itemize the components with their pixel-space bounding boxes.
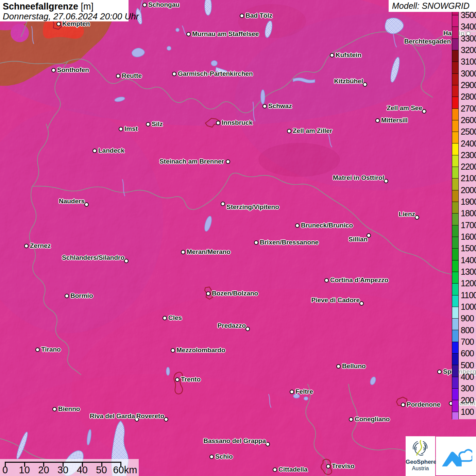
colorbar-tick-label: 200: [461, 395, 474, 405]
city-label: Pieve di Cadore: [311, 296, 360, 304]
city-label: Schwaz: [268, 102, 292, 110]
city-dot: [401, 403, 405, 407]
colorbar-segment: [452, 307, 458, 319]
scalebar-label: 60km: [113, 464, 137, 476]
city-label: Murnau am Staffelsee: [192, 30, 259, 38]
colorbar-segment: [452, 74, 458, 85]
city-dot: [349, 417, 353, 422]
city-layer: SchongauBad TölzKemptenMurnau am Staffel…: [0, 0, 476, 476]
city-label: Zell am See: [387, 104, 422, 112]
mountain-cloud-logo-icon: [440, 442, 472, 470]
city-label: Silz: [152, 120, 163, 128]
city-label: Kitzbühel: [334, 78, 363, 85]
colorbar-tick-label: 1400: [461, 255, 476, 265]
colorbar-segment: [452, 260, 458, 272]
city-dot: [295, 223, 300, 228]
colorbar-segment: [452, 50, 458, 62]
colorbar-segment: [452, 120, 458, 132]
city-label: Bienno: [58, 405, 80, 413]
colorbar-segment: [452, 62, 458, 73]
colorbar-segment: [452, 15, 458, 27]
colorbar-segment: [452, 365, 458, 377]
city-dot: [209, 455, 214, 459]
city-dot: [56, 22, 61, 26]
colorbar-tick-label: 1200: [461, 278, 476, 288]
city-label: Brixen/Bressanone: [260, 239, 319, 246]
city-dot: [142, 3, 147, 7]
colorbar-segment: [452, 85, 458, 97]
colorbar-segment: [452, 330, 458, 342]
colorbar-tick-label: 100: [461, 407, 474, 417]
city-label: Garmisch-Partenkirchen: [178, 70, 253, 78]
colorbar-segment: [452, 39, 458, 50]
colorbar-tick-label: 3300: [461, 33, 476, 43]
city-label: Rovereto: [136, 412, 164, 420]
city-label: Trento: [181, 376, 201, 383]
colorbar-segment: [452, 143, 458, 155]
city-label: Zernez: [30, 242, 51, 250]
city-dot: [172, 72, 176, 76]
colorbar-segment: [452, 249, 458, 260]
city-dot: [287, 129, 291, 133]
colorbar-tick-label: 3000: [461, 68, 476, 78]
colorbar-segment: [452, 400, 458, 412]
city-label: Steinach am Brenner: [159, 158, 224, 165]
city-label: Bruneck/Brunico: [301, 222, 353, 229]
geosphere-logo-subtext: Austria: [406, 465, 435, 472]
colorbar-segment: [452, 155, 458, 167]
colorbar-tick-label: 1600: [461, 232, 476, 242]
colorbar-segment: [452, 389, 458, 400]
colorbar-tick-label: 2100: [461, 173, 476, 183]
city-label: Sonthofen: [57, 66, 89, 74]
colorbar-segment: [452, 202, 458, 214]
city-label: Schlanders/Silandro: [62, 254, 124, 261]
colorbar-tick-label: 1500: [461, 243, 476, 253]
city-label: Lienz: [398, 210, 415, 218]
city-dot: [116, 74, 120, 78]
colorbar-tick-label: 900: [461, 313, 474, 323]
city-label: Bormio: [70, 292, 93, 300]
city-label: Landeck: [98, 147, 124, 154]
city-dot: [254, 240, 258, 245]
city-dot: [51, 68, 56, 72]
city-dot: [65, 294, 69, 298]
title-datetime: Donnerstag, 27.06.2024 20:00 Uhr: [3, 12, 126, 21]
city-dot: [326, 464, 330, 469]
city-dot: [330, 53, 334, 57]
colorbar-tick-label: 600: [461, 348, 474, 358]
city-label: Reutte: [122, 72, 142, 80]
city-dot: [119, 127, 123, 131]
colorbar-segment: [452, 12, 458, 15]
title-variable: Schneefallgrenze: [3, 1, 78, 12]
city-dot: [186, 32, 191, 36]
scalebar-label: 20: [38, 464, 49, 476]
city-dot: [206, 291, 210, 296]
geosphere-logo-box: GeoSphere Austria: [406, 436, 435, 476]
city-dot: [336, 364, 341, 369]
city-label: Cittadella: [278, 466, 308, 473]
title-unit: [m]: [81, 1, 94, 12]
colorbar-tick-label: 800: [461, 325, 474, 335]
colorbar-tick-label: 3100: [461, 57, 476, 67]
city-label: Tirano: [41, 346, 61, 353]
colorbar-segment: [452, 272, 458, 284]
city-label: Belluno: [342, 362, 366, 370]
colorbar-segment: [452, 284, 458, 295]
colorbar-tick-label: 1700: [461, 220, 476, 230]
city-dot: [359, 301, 364, 306]
city-label: Zell am Ziller: [293, 127, 332, 135]
city-dot: [273, 468, 277, 472]
city-label: Nauders: [59, 198, 85, 205]
city-dot: [92, 149, 97, 153]
city-dot: [221, 202, 225, 206]
snowgrid-map-page: SchongauBad TölzKemptenMurnau am Staffel…: [0, 0, 476, 476]
city-label: Cortina d'Ampezzo: [330, 276, 388, 284]
colorbar-segment: [452, 237, 458, 249]
colorbar: [452, 11, 459, 419]
city-label: Innsbruck: [222, 119, 253, 126]
city-label: Bozen/Bolzano: [212, 290, 258, 297]
city-label: Kufstein: [336, 51, 361, 59]
city-dot: [415, 215, 419, 220]
scalebar: 0102030405060km: [0, 459, 139, 476]
colorbar-tick-label: 700: [461, 337, 474, 346]
